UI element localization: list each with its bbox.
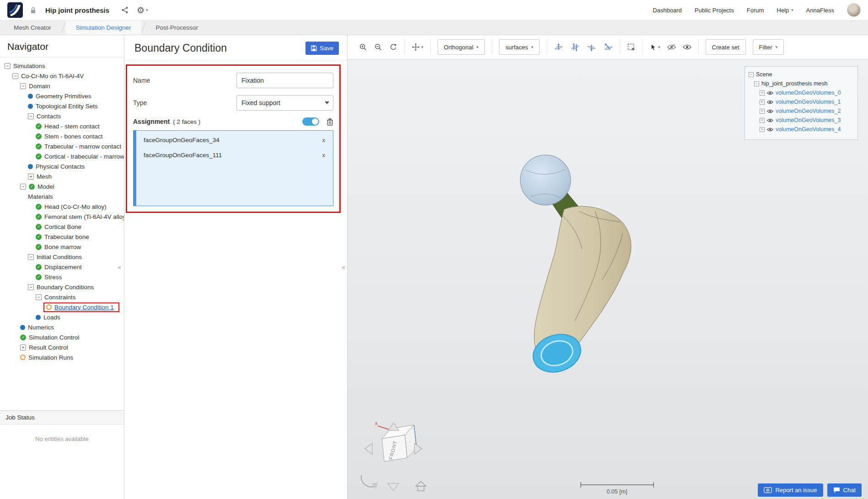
collapse-toggle-icon[interactable]: − bbox=[12, 73, 18, 79]
show-all-button[interactable] bbox=[683, 44, 691, 50]
scene-mesh-row[interactable]: − hip_joint_prosthesis mesh bbox=[749, 79, 854, 88]
collapse-toggle-icon[interactable]: − bbox=[20, 83, 26, 89]
tree-item-contacts[interactable]: −Contacts bbox=[0, 111, 124, 121]
visibility-eye-icon[interactable] bbox=[767, 127, 773, 132]
expand-toggle-icon[interactable]: + bbox=[760, 100, 765, 105]
collapse-toggle-icon[interactable]: − bbox=[28, 113, 34, 119]
scene-volume-row[interactable]: +volumeOnGeoVolumes_0 bbox=[749, 88, 854, 97]
tree-item-cortical-bone[interactable]: ✓Cortical Bone bbox=[0, 222, 124, 232]
collapse-toggle-icon[interactable]: − bbox=[749, 72, 754, 77]
expand-toggle-icon[interactable]: + bbox=[760, 109, 765, 114]
3d-canvas[interactable]: FRONT x bbox=[348, 59, 868, 499]
home-view-button[interactable] bbox=[416, 481, 426, 491]
expand-toggle-icon[interactable]: + bbox=[760, 90, 765, 96]
tree-item-numerics[interactable]: Numerics bbox=[0, 322, 124, 332]
scene-root-row[interactable]: − Scene bbox=[749, 70, 854, 79]
hide-selected-button[interactable] bbox=[667, 44, 676, 50]
create-set-button[interactable]: Create set bbox=[706, 39, 746, 55]
clip-plane-down-button[interactable] bbox=[587, 43, 596, 52]
tree-item-physical-contacts[interactable]: Physical Contacts bbox=[0, 161, 124, 171]
tree-item-trabecular-bone[interactable]: ✓Trabecular bone bbox=[0, 232, 124, 242]
nav-public-projects-link[interactable]: Public Projects bbox=[695, 7, 734, 14]
expand-toggle-icon[interactable]: + bbox=[20, 345, 26, 350]
nav-dashboard-link[interactable]: Dashboard bbox=[653, 7, 682, 14]
report-issue-button[interactable]: Report an issue bbox=[758, 483, 823, 497]
reset-view-button[interactable] bbox=[389, 43, 397, 51]
collapse-toggle-icon[interactable]: − bbox=[28, 284, 34, 290]
tree-item-simulation-runs[interactable]: Simulation Runs bbox=[0, 352, 124, 362]
tree-item-boundary-conditions[interactable]: −Boundary Conditions bbox=[0, 282, 124, 292]
nav-forum-link[interactable]: Forum bbox=[747, 7, 764, 14]
user-avatar[interactable] bbox=[847, 3, 861, 17]
collapse-toggle-icon[interactable]: − bbox=[754, 81, 759, 86]
type-select[interactable]: Fixed support bbox=[236, 95, 333, 111]
tree-item-cortical-trabecular-marrow-c[interactable]: ✓Cortical - trabecular - marrow c... bbox=[0, 151, 124, 161]
name-input[interactable] bbox=[236, 73, 333, 88]
username-link[interactable]: AnnaFless bbox=[806, 7, 834, 14]
expand-toggle-icon[interactable]: + bbox=[760, 118, 765, 123]
collapse-toggle-icon[interactable]: − bbox=[20, 184, 26, 190]
clip-plane-up-button[interactable] bbox=[554, 43, 563, 52]
tree-item-head-stem-contact[interactable]: ✓Head - stem contact bbox=[0, 121, 124, 131]
nav-help-menu[interactable]: Help ▾ bbox=[777, 7, 793, 14]
scene-volume-row[interactable]: +volumeOnGeoVolumes_2 bbox=[749, 106, 854, 116]
filter-button[interactable]: Filter ▾ bbox=[753, 39, 784, 55]
tree-item-simulation-control[interactable]: ✓Simulation Control bbox=[0, 332, 124, 342]
tree-item-bone-marrow[interactable]: ✓Bone marrow bbox=[0, 242, 124, 252]
save-button[interactable]: Save bbox=[305, 42, 339, 55]
app-logo-icon[interactable] bbox=[7, 2, 23, 18]
clip-plane-angle-button[interactable] bbox=[603, 43, 613, 52]
render-mode-select[interactable]: surfaces ▾ bbox=[499, 39, 540, 55]
tree-item-materials[interactable]: Materials bbox=[0, 191, 124, 202]
tree-item-result-control[interactable]: +Result Control bbox=[0, 342, 124, 352]
share-button[interactable] bbox=[121, 6, 129, 14]
tree-item-loads[interactable]: Loads bbox=[0, 312, 124, 322]
femoral-head[interactable] bbox=[520, 155, 571, 205]
tree-item-mesh[interactable]: +Mesh bbox=[0, 171, 124, 181]
visibility-eye-icon[interactable] bbox=[767, 100, 773, 105]
settings-menu-button[interactable]: ⚙ ▾ bbox=[137, 6, 148, 15]
assignment-toggle[interactable] bbox=[302, 117, 319, 126]
tree-item-initial-conditions[interactable]: −Initial Conditions bbox=[0, 252, 124, 262]
clip-plane-dual-button[interactable] bbox=[570, 43, 580, 52]
chat-button[interactable]: Chat bbox=[827, 483, 862, 497]
remove-assignment-button[interactable]: x bbox=[320, 152, 328, 159]
visibility-eye-icon[interactable] bbox=[767, 90, 773, 96]
assignment-list[interactable]: faceGroupOnGeoFaces_34xfaceGroupOnGeoFac… bbox=[133, 130, 333, 206]
tree-item-boundary-condition-1[interactable]: Boundary Condition 1 bbox=[0, 302, 124, 312]
scene-volume-row[interactable]: +volumeOnGeoVolumes_3 bbox=[749, 116, 854, 125]
visibility-eye-icon[interactable] bbox=[767, 118, 773, 123]
tab-simulation-designer[interactable]: Simulation Designer bbox=[66, 21, 141, 35]
tree-item-head-co-cr-mo-alloy[interactable]: ✓Head (Co-Cr-Mo alloy) bbox=[0, 202, 124, 212]
tree-item-stem-bones-contact[interactable]: ✓Stem - bones contact bbox=[0, 131, 124, 141]
tree-item-displacement[interactable]: ✓Displacement bbox=[0, 262, 124, 272]
collapse-toggle-icon[interactable]: − bbox=[28, 254, 34, 260]
roll-view-button[interactable] bbox=[361, 475, 378, 489]
tree-item-geometry-primitives[interactable]: Geometry Primitives bbox=[0, 91, 124, 101]
scene-volume-row[interactable]: +volumeOnGeoVolumes_1 bbox=[749, 97, 854, 106]
visibility-eye-icon[interactable] bbox=[767, 109, 773, 114]
collapse-panel-handle[interactable]: « bbox=[342, 264, 344, 271]
tree-item-stress[interactable]: ✓Stress bbox=[0, 272, 124, 282]
tree-item-domain[interactable]: −Domain bbox=[0, 81, 124, 91]
remove-assignment-button[interactable]: x bbox=[320, 137, 328, 143]
scene-volume-row[interactable]: +volumeOnGeoVolumes_4 bbox=[749, 125, 854, 134]
tree-item-femoral-stem-ti-6al-4v-alloy[interactable]: ✓Femoral stem (Ti-6Al-4V alloy) bbox=[0, 212, 124, 222]
tree-item-trabecular-marrow-contact[interactable]: ✓Trabecular - marrow contact bbox=[0, 141, 124, 151]
tree-item-topological-entity-sets[interactable]: Topological Entity Sets bbox=[0, 101, 124, 111]
pick-tool-button[interactable]: ▾ bbox=[650, 44, 660, 51]
box-select-button[interactable] bbox=[627, 43, 636, 52]
expand-toggle-icon[interactable]: + bbox=[28, 174, 34, 180]
collapse-navigator-handle[interactable]: « bbox=[118, 264, 120, 271]
delete-assignment-button[interactable] bbox=[327, 118, 333, 126]
move-tool-button[interactable]: ▾ bbox=[412, 43, 423, 51]
collapse-toggle-icon[interactable]: − bbox=[36, 294, 42, 300]
expand-toggle-icon[interactable]: + bbox=[760, 127, 765, 132]
projection-select[interactable]: Orthogonal ▾ bbox=[438, 39, 485, 55]
tree-item-simulations[interactable]: −Simulations bbox=[0, 61, 124, 71]
tree-item-constraints[interactable]: −Constraints bbox=[0, 292, 124, 302]
tab-mesh-creator[interactable]: Mesh Creator bbox=[4, 21, 61, 35]
zoom-in-button[interactable] bbox=[359, 43, 367, 51]
tree-item-co-cr-mo-on-ti-6al-4v[interactable]: −Co-Cr-Mo on Ti-6Al-4V bbox=[0, 71, 124, 81]
zoom-out-button[interactable] bbox=[374, 43, 382, 51]
